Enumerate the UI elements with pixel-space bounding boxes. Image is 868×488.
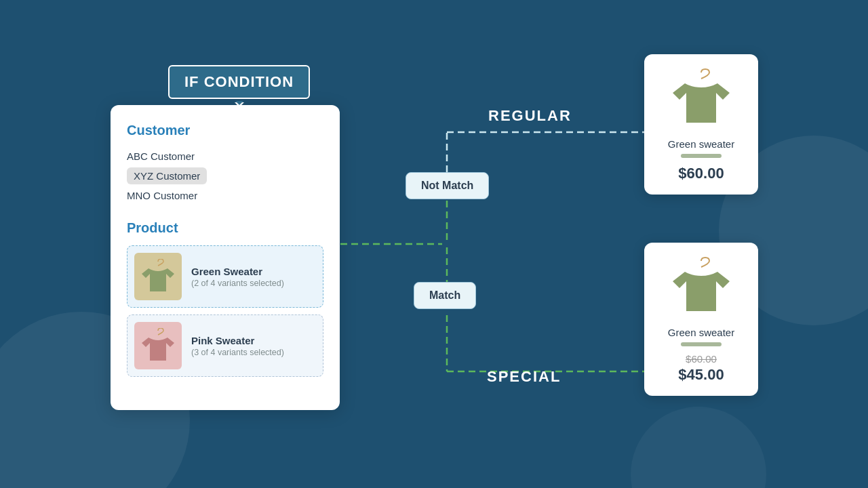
- bg-decoration-right2: [631, 407, 766, 488]
- customer-item-xyz[interactable]: XYZ Customer: [127, 165, 323, 187]
- result-special-price-old: $60.00: [652, 353, 750, 365]
- product-image-pink: [134, 322, 182, 369]
- green-sweater-variants: (2 of 4 variants selected): [191, 279, 316, 288]
- if-condition-label: IF CONDITION: [168, 65, 310, 99]
- color-bar-regular: [681, 154, 722, 158]
- left-panel: Customer ABC Customer XYZ Customer MNO C…: [111, 105, 340, 410]
- customer-section-title: Customer: [127, 123, 323, 138]
- result-regular-price: $60.00: [652, 165, 750, 182]
- regular-label: REGULAR: [488, 107, 572, 125]
- pink-sweater-info: Pink Sweater (3 of 4 variants selected): [191, 335, 316, 357]
- pink-sweater-name: Pink Sweater: [191, 335, 316, 346]
- pink-sweater-variants: (3 of 4 variants selected): [191, 348, 316, 357]
- not-match-button[interactable]: Not Match: [406, 172, 489, 199]
- product-section: Product Green Sweater (2 of 4 variants s…: [127, 220, 323, 377]
- product-card-pink[interactable]: Pink Sweater (3 of 4 variants selected): [127, 314, 323, 377]
- green-sweater-name: Green Sweater: [191, 266, 316, 277]
- result-special-name: Green sweater: [652, 327, 750, 338]
- customer-item-mno: MNO Customer: [127, 187, 323, 204]
- result-regular-name: Green sweater: [652, 138, 750, 150]
- special-label: SPECIAL: [487, 368, 561, 386]
- result-card-regular: Green sweater $60.00: [644, 54, 758, 195]
- result-image-regular: [664, 64, 738, 131]
- result-green-sweater-regular-icon: [667, 67, 735, 128]
- color-bar-special: [681, 342, 722, 346]
- green-sweater-icon: [139, 259, 177, 294]
- customer-item-abc: ABC Customer: [127, 148, 323, 165]
- result-image-special: [664, 252, 738, 320]
- green-sweater-info: Green Sweater (2 of 4 variants selected): [191, 266, 316, 288]
- result-card-special: Green sweater $60.00 $45.00: [644, 243, 758, 396]
- pink-sweater-icon: [139, 328, 177, 363]
- scene: IF CONDITION Customer ABC Customer XYZ C…: [0, 0, 868, 488]
- result-green-sweater-special-icon: [667, 256, 735, 317]
- product-section-title: Product: [127, 220, 323, 236]
- match-button[interactable]: Match: [414, 282, 476, 309]
- customer-list: ABC Customer XYZ Customer MNO Customer: [127, 148, 323, 204]
- product-image-green: [134, 253, 182, 300]
- product-card-green[interactable]: Green Sweater (2 of 4 variants selected): [127, 245, 323, 308]
- result-special-price-new: $45.00: [652, 366, 750, 384]
